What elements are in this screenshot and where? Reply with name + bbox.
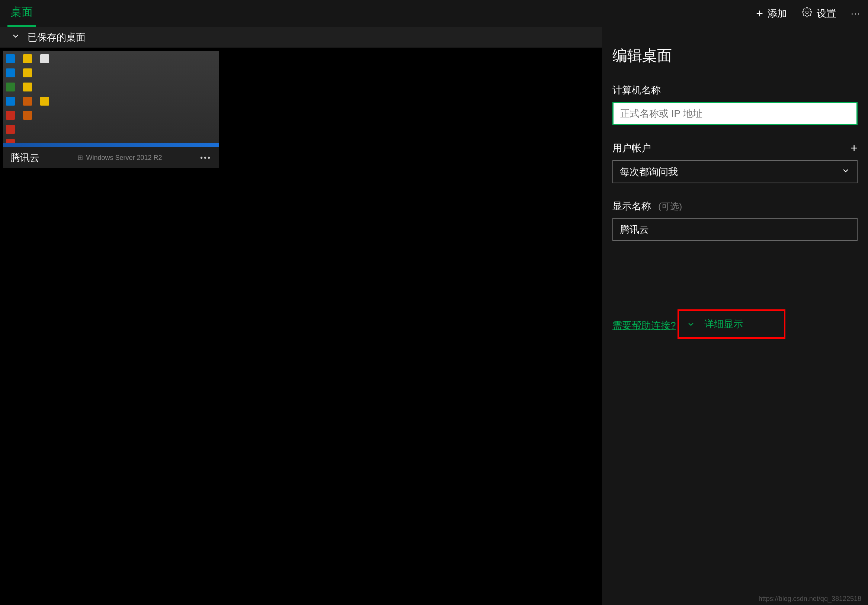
add-label: 添加 <box>767 7 787 20</box>
thumbnail-taskbar <box>3 143 219 147</box>
left-pane: 已保存的桌面 腾讯云 <box>0 27 602 605</box>
tab-desktop[interactable]: 桌面 <box>8 0 36 27</box>
editor-title: 编辑桌面 <box>612 45 857 66</box>
card-more-button[interactable]: ••• <box>200 153 211 162</box>
chevron-down-icon <box>687 320 695 329</box>
desktop-thumbnail <box>3 51 219 147</box>
main-area: 已保存的桌面 腾讯云 <box>0 27 868 605</box>
help-connect-link[interactable]: 需要帮助连接? <box>612 320 676 331</box>
desktop-caption: 腾讯云 ⊞ Windows Server 2012 R2 ••• <box>3 147 219 168</box>
header-bar: 桌面 添加 设置 ··· <box>0 0 868 27</box>
details-label: 详细显示 <box>704 317 743 331</box>
field-display-name: 显示名称 (可选) <box>612 200 857 241</box>
desktop-card[interactable]: 腾讯云 ⊞ Windows Server 2012 R2 ••• <box>3 51 219 168</box>
display-name-label: 显示名称 (可选) <box>612 200 682 213</box>
tab-area: 桌面 <box>8 0 36 27</box>
os-label: Windows Server 2012 R2 <box>86 154 162 162</box>
windows-icon: ⊞ <box>78 153 83 162</box>
field-computer-name: 计算机名称 <box>612 84 857 125</box>
details-toggle[interactable]: 详细显示 <box>677 309 786 339</box>
saved-desktops-label: 已保存的桌面 <box>28 31 85 44</box>
os-badge: ⊞ Windows Server 2012 R2 <box>78 153 162 162</box>
chevron-down-icon <box>11 32 20 43</box>
add-account-button[interactable]: + <box>851 141 857 155</box>
thumbnail-icons <box>6 54 54 147</box>
optional-label: (可选) <box>658 201 682 211</box>
settings-button[interactable]: 设置 <box>802 7 836 20</box>
header-actions: 添加 设置 ··· <box>756 7 860 20</box>
gear-icon <box>802 7 812 20</box>
svg-point-0 <box>806 11 808 13</box>
saved-desktops-header[interactable]: 已保存的桌面 <box>0 27 602 48</box>
user-account-value: 每次都询问我 <box>620 166 678 178</box>
desktop-grid: 腾讯云 ⊞ Windows Server 2012 R2 ••• <box>0 48 602 172</box>
more-button[interactable]: ··· <box>851 8 860 19</box>
user-account-label: 用户帐户 <box>612 142 651 155</box>
computer-name-input[interactable] <box>612 102 857 125</box>
desktop-name: 腾讯云 <box>11 151 39 164</box>
watermark: https://blog.csdn.net/qq_38122518 <box>759 595 861 603</box>
tab-label: 桌面 <box>11 5 33 20</box>
display-name-input[interactable] <box>612 218 857 241</box>
right-pane-editor: 编辑桌面 计算机名称 用户帐户 + 每次都询问我 <box>602 27 868 605</box>
tab-underline <box>8 25 36 27</box>
computer-name-label: 计算机名称 <box>612 84 661 97</box>
settings-label: 设置 <box>817 7 836 20</box>
chevron-down-icon <box>841 166 850 178</box>
user-account-select[interactable]: 每次都询问我 <box>612 160 857 183</box>
field-user-account: 用户帐户 + 每次都询问我 <box>612 141 857 183</box>
add-button[interactable]: 添加 <box>756 7 787 20</box>
plus-icon <box>756 7 763 20</box>
